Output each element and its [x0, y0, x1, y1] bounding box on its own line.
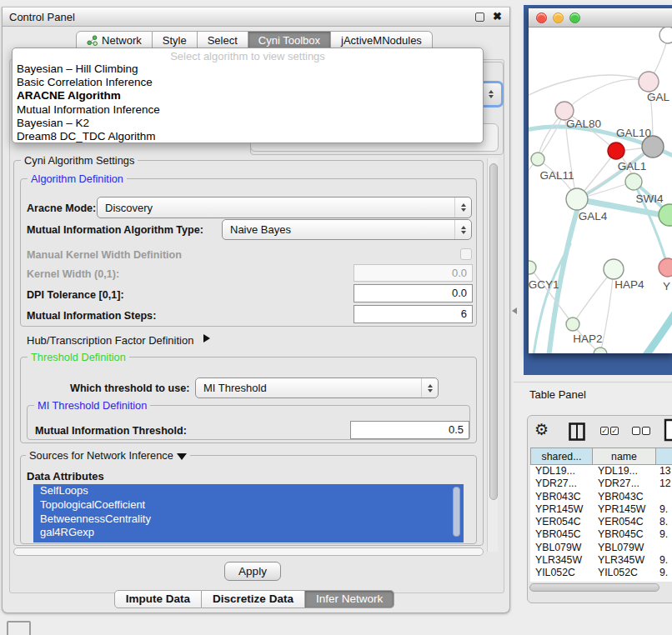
network-node[interactable] — [594, 348, 607, 353]
node-label-gcy1: GCY1 — [529, 278, 559, 291]
kernel-width-field[interactable]: 0.0 — [354, 264, 473, 282]
data-attributes-list[interactable]: SelfLoopsTopologicalCoefficientBetweenne… — [33, 484, 464, 542]
control-panel-titlebar[interactable]: Control Panel ✖ — [3, 8, 509, 27]
table-row[interactable]: YBL079WYBL079W — [530, 542, 672, 554]
bottom-tab-impute-data[interactable]: Impute Data — [114, 590, 202, 608]
hub-definition-toggle[interactable]: Hub/Transcription Factor Definition — [27, 334, 193, 347]
network-node-gcy1[interactable] — [529, 261, 536, 274]
node-table[interactable]: shared...nameA YDL19...YDL19...13YDR27..… — [530, 448, 672, 582]
network-node-y[interactable] — [659, 258, 672, 277]
table-cell: 9. — [656, 554, 672, 567]
table-row[interactable]: YDL19...YDL19...13 — [530, 465, 672, 478]
aracne-mode-select[interactable]: Discovery — [97, 197, 472, 218]
table-cell: YBR043C — [593, 491, 656, 503]
table-cell — [656, 542, 672, 554]
table-row[interactable]: YPR145WYPR145W9. — [530, 503, 672, 516]
algorithm-option-basic-correlation-inference[interactable]: Basic Correlation Inference — [13, 76, 483, 89]
floating-panel-handle[interactable] — [7, 621, 31, 635]
manual-kernel-width-checkbox[interactable] — [460, 248, 472, 260]
network-node[interactable] — [608, 142, 624, 159]
network-node-gal1[interactable] — [625, 173, 642, 190]
float-window-icon[interactable] — [475, 12, 484, 22]
network-canvas[interactable]: GALGAL80GAL10GAL11GAL1GAL4SWI4GCY1HAP4YH… — [529, 28, 672, 353]
document-icon[interactable] — [664, 418, 672, 442]
unselect-all-icon[interactable] — [632, 427, 640, 435]
select-all-check-icon[interactable]: ✓ — [600, 427, 609, 435]
window-title: Control Panel — [9, 11, 75, 23]
table-row[interactable]: YBR045CYBR045C9. — [530, 528, 672, 541]
network-node-hap2[interactable] — [566, 318, 579, 331]
algorithm-option-bayesian-k2[interactable]: Bayesian – K2 — [13, 117, 483, 130]
mi-steps-label: Mutual Information Steps: — [27, 310, 156, 322]
table-cell: 9. — [656, 528, 672, 541]
mi-threshold-field[interactable]: 0.5 — [350, 421, 469, 439]
close-icon[interactable]: ✖ — [493, 10, 502, 22]
table-cell — [656, 491, 672, 503]
gear-icon[interactable]: ⚙ — [534, 420, 549, 439]
table-row[interactable]: YBR043CYBR043C — [530, 491, 672, 503]
attribute-item-selfloops[interactable]: SelfLoops — [33, 484, 464, 498]
algorithm-option-bayesian-hill-climbing[interactable]: Bayesian – Hill Climbing — [13, 62, 483, 76]
mi-threshold-label: Mutual Information Threshold: — [35, 425, 187, 437]
column-header-a[interactable]: A — [656, 448, 672, 465]
network-node-hap4[interactable] — [604, 259, 624, 279]
node-label-y: Y — [663, 280, 670, 292]
table-row[interactable]: YER054CYER054C8. — [530, 516, 672, 528]
select-all-check-icon[interactable]: ✓ — [610, 427, 619, 435]
network-node-gal4[interactable] — [566, 188, 588, 210]
algorithm-option-dream8-dc-tdc-algorithm[interactable]: Dream8 DC_TDC Algorithm — [13, 130, 483, 143]
attributes-scrollbar[interactable] — [453, 487, 460, 537]
close-traffic-light-icon[interactable] — [536, 12, 547, 23]
unselect-all-icon[interactable] — [642, 427, 650, 435]
attribute-item-gal4rgexp[interactable]: gal4RGexp — [33, 526, 464, 540]
column-header-shared[interactable]: shared... — [530, 448, 593, 465]
collapse-down-icon[interactable] — [177, 453, 187, 460]
zoom-traffic-light-icon[interactable] — [569, 12, 580, 23]
tab-label: jActiveMNodules — [341, 34, 422, 47]
network-window-titlebar[interactable] — [529, 8, 672, 28]
panel-divider-arrow-icon[interactable] — [512, 308, 517, 314]
node-label-gal11: GAL11 — [539, 169, 574, 182]
network-node[interactable] — [659, 28, 672, 43]
algorithm-option-aracne-algorithm[interactable]: ARACNE Algorithm — [13, 89, 483, 102]
expand-right-icon[interactable] — [203, 334, 210, 342]
table-row[interactable]: YIL052CYIL052C9. — [530, 567, 672, 579]
table-row[interactable]: YDR27...YDR27...12 — [530, 478, 672, 490]
settings-hscrollbar-thumb[interactable] — [13, 548, 484, 556]
network-node-gal11[interactable] — [531, 152, 544, 166]
node-label-gal4: GAL4 — [579, 210, 608, 222]
algorithm-definition-title: Algorithm Definition — [28, 172, 127, 185]
bottom-tab-infer-network[interactable]: Infer Network — [305, 590, 394, 608]
aracne-mode-value: Discovery — [105, 202, 153, 214]
dpi-tolerance-field[interactable]: 0.0 — [354, 284, 473, 302]
table-cell: YLR345W — [593, 554, 656, 567]
dpi-tolerance-label: DPI Tolerance [0,1]: — [27, 289, 124, 301]
mi-algorithm-type-select[interactable]: Naive Bayes — [222, 219, 472, 240]
bottom-tabs: Impute DataDiscretize DataInfer Network — [2, 589, 507, 608]
settings-scrollbar-track[interactable] — [487, 158, 498, 552]
attribute-item-topologicalcoefficient[interactable]: TopologicalCoefficient — [33, 498, 464, 512]
data-attributes-label: Data Attributes — [27, 470, 104, 482]
sources-title[interactable]: Sources for Network Inference — [29, 449, 173, 462]
settings-scrollbar-thumb[interactable] — [489, 163, 498, 500]
apply-button[interactable]: Apply — [224, 562, 281, 581]
which-threshold-value: MI Threshold — [203, 382, 267, 394]
table-cell: YPR145W — [593, 503, 656, 516]
bottom-tab-discretize-data[interactable]: Discretize Data — [202, 590, 305, 608]
algorithm-option-mutual-information-inference[interactable]: Mutual Information Inference — [13, 103, 483, 117]
attribute-item-betweennesscentrality[interactable]: BetweennessCentrality — [33, 512, 464, 527]
minimize-traffic-light-icon[interactable] — [553, 12, 564, 23]
which-threshold-select[interactable]: MI Threshold — [195, 378, 439, 398]
column-header-name[interactable]: name — [593, 448, 656, 465]
table-cell: YER054C — [530, 516, 593, 528]
table-row[interactable]: YLR345WYLR345W9. — [530, 554, 672, 567]
table-hscrollbar-thumb[interactable] — [529, 583, 659, 592]
columns-icon[interactable] — [569, 422, 585, 441]
cyni-algorithm-settings-title: Cyni Algorithm Settings — [21, 154, 138, 167]
mi-steps-field[interactable]: 6 — [354, 305, 473, 323]
node-label-hap4: HAP4 — [614, 278, 644, 291]
table-cell: 12 — [656, 478, 672, 490]
algorithm-select-popup: Select algorithm to view settings Bayesi… — [12, 48, 484, 143]
table-cell: YBL079W — [593, 542, 656, 554]
network-node-gal[interactable] — [639, 72, 659, 92]
